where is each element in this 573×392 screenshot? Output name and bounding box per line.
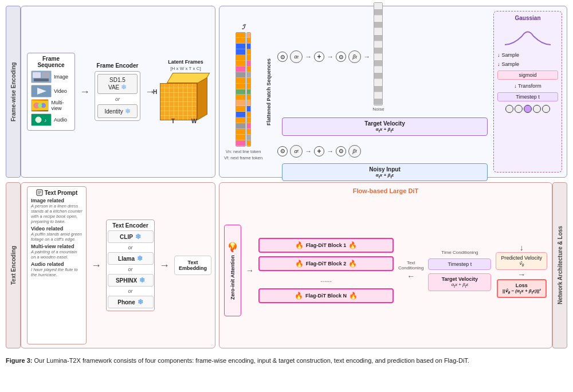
seq-col-area: ℐ (224, 23, 262, 160)
sphinx-snowflake: ❄ (139, 276, 145, 284)
frame-encoder-box: SD1.5VAE ❄ or Identity ❄ (95, 71, 140, 121)
fire-icon-nb: 🔥 (349, 292, 358, 300)
latent-frames-label: Latent Frames (168, 59, 203, 65)
down-arrow-2: ↓ (497, 61, 500, 67)
caption: Figure 3: Our Lumina-T2X framework consi… (6, 356, 567, 365)
frame-sequence-title: Frame Sequence (31, 56, 71, 68)
text-encoding-wrapper: Text Encoding Text Prompt (6, 182, 215, 348)
frame-encoder-area: Frame Encoder SD1.5VAE ❄ or Identity ❄ (95, 62, 140, 121)
text-encoder-title: Text Encoder (112, 222, 148, 229)
patch-columns (236, 32, 251, 147)
gaussian-title: Gaussian (497, 15, 558, 21)
video-label: Video (54, 88, 67, 94)
vf-label: Vf: next frame token (224, 155, 262, 160)
ts-circle-4 (533, 105, 541, 113)
frame-item-audio: ♪ Audio (31, 113, 71, 126)
target-vel-bottom-label: Target Velocity (431, 276, 488, 282)
arrow-seq-to-enc (80, 86, 90, 98)
frame-sequence-panel: Frame Sequence Image Video (27, 53, 75, 131)
mult-beta-t-bottom: ⊙ (336, 146, 346, 156)
image-thumb (31, 70, 52, 83)
timestep-t-box: Timestep t (428, 258, 491, 270)
target-vel-label: Target Velocity (287, 120, 482, 127)
text-prompt-icon (36, 189, 43, 196)
fire-icon-1: 🔥 (295, 241, 304, 249)
clip-item[interactable]: CLIP ❄ (108, 230, 154, 243)
fire-icon-n: 🔥 (295, 292, 303, 300)
arrow-to-plus-top: → (305, 53, 312, 61)
dots-row: ...... (258, 276, 394, 284)
transform-label: Transform (518, 83, 541, 89)
or-3: or (128, 288, 132, 294)
encoder-identity[interactable]: Identity ❄ (97, 104, 138, 118)
sphinx-item[interactable]: SPHINX ❄ (108, 274, 154, 287)
noise-label: Noise (372, 107, 384, 112)
beta-t-top-box: βt (348, 50, 361, 63)
text-category-video: Video related A puffin stands amid green… (31, 226, 83, 242)
or-2: or (128, 266, 132, 272)
target-vel-box-area: Target Velocity αtx + βtε (282, 117, 488, 136)
network-arch-wrapper: Flow-based Large DiT Zero-init Attention… (219, 182, 567, 348)
target-vel-cond-box: Target Velocity αtx + βtε (428, 273, 491, 291)
mult-beta-t-top: ⊙ (336, 52, 346, 62)
sigmoid-box: sigmoid (497, 70, 558, 80)
tp-cat-mv-label: Multi-view related (31, 244, 83, 249)
tp-cat-video-text: A puffin stands amid green foliage on a … (31, 232, 83, 242)
arrow-from-plus-bottom: → (327, 147, 333, 155)
text-embedding-box: TextEmbedding (174, 256, 211, 275)
svg-point-9 (38, 104, 42, 108)
arrow-to-target: → (363, 53, 370, 61)
flag-dit-block-2: 🔥 Flag-DiT Block 2 🔥 (258, 256, 394, 271)
target-vel-row: ⊙ αt → + → ⊙ βt → (277, 2, 488, 112)
tp-cat-audio-label: Audio related (31, 261, 83, 267)
signal-flow-area: ⊙ αt → + → ⊙ βt → (275, 11, 490, 173)
audio-thumb: ♪ (31, 113, 52, 126)
noise-col (374, 2, 383, 105)
pred-vel-label: Predicted Velocity (501, 255, 542, 261)
timestep-circles (497, 105, 558, 113)
main-container: Frame-wise Encoding Frame Sequence Image (6, 6, 567, 365)
ts-circle-2 (515, 105, 523, 113)
bottom-flow-area: ↓ Predicted Velocity v̂θ → Loss ||v̂θ − … (496, 243, 547, 297)
text-encoding-section: Text Prompt Image related A person in a … (21, 182, 215, 348)
llama-item[interactable]: Llama ❄ (108, 252, 154, 265)
input-target-wrapper: ℐ (219, 6, 567, 178)
input-target-section: ℐ (219, 6, 567, 178)
llama-snowflake: ❄ (137, 254, 143, 262)
text-encoding-side-label: Text Encoding (6, 182, 21, 348)
ts-circle-5 (542, 105, 550, 113)
text-cond-label: TextConditioning (398, 260, 423, 271)
target-vel-math: αtx + βtε (287, 127, 482, 133)
frame-item-image: Image (31, 70, 71, 83)
multiview-thumb (31, 99, 49, 112)
text-cond-area: TextConditioning ← (398, 260, 423, 281)
ts-circle-1 (505, 105, 513, 113)
conditioning-area: Time Conditioning Timestep t Target Velo… (428, 250, 491, 291)
ts-circle-3 (524, 105, 532, 113)
text-category-image: Image related A person in a linen dress … (31, 198, 83, 224)
frame-wise-section: Frame Sequence Image Video (21, 6, 215, 178)
svg-point-11 (36, 117, 41, 123)
flag-dit-block-1: 🔥 Flag-DiT Block 1 🔥 (258, 238, 394, 253)
mult-alpha-t: ⊙ (277, 52, 288, 62)
arrow-to-blocks: → (246, 266, 254, 275)
fire-icon-2b: 🔥 (348, 260, 357, 268)
tp-cat-video-label: Video related (31, 226, 83, 232)
svg-text:♪: ♪ (44, 117, 47, 123)
loss-label: Loss (503, 283, 541, 288)
image-label: Image (54, 74, 68, 80)
arrow-text-cond: ← (407, 272, 415, 281)
phone-item[interactable]: Phone ❄ (108, 296, 154, 308)
fire-icon-2: 🔥 (295, 260, 304, 268)
predicted-vel-box: Predicted Velocity v̂θ (496, 252, 547, 270)
sample-row-2: ↓ Sample (497, 61, 558, 67)
flattened-label: Flattened Patch Sequences (266, 52, 272, 132)
caption-text: Our Lumina-T2X framework consists of fou… (34, 357, 469, 364)
noisy-input-row: ⊙ αt → + → ⊙ βt (277, 145, 488, 158)
zero-init-box: Zero-init Attention 🔥 (224, 225, 241, 316)
dim-t-label: T (171, 118, 175, 124)
frame-wise-wrapper: Frame-wise Encoding Frame Sequence Image (6, 6, 215, 178)
text-category-audio: Audio related I have played the flute to… (31, 261, 83, 277)
target-velocity-box: Target Velocity αtx + βtε (282, 117, 488, 136)
encoder-sd-vae[interactable]: SD1.5VAE ❄ (97, 74, 138, 94)
